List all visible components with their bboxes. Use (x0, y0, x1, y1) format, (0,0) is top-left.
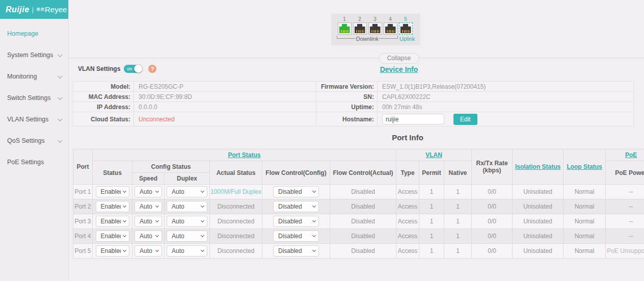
port-3-flow-control-select[interactable]: Disabled (273, 216, 319, 227)
rj45-pins (371, 30, 379, 33)
sidebar-item-poe-settings[interactable]: PoE Settings (0, 151, 68, 173)
port-3-flow-control-select-wrap: Disabled (273, 216, 319, 227)
port-1-isolation-status: Unisolated (513, 185, 564, 199)
port-4-flow-actual: Disabled (330, 229, 396, 244)
port-1-poe-power: -- (606, 185, 644, 199)
port-4-icon[interactable] (384, 22, 397, 35)
col-port: Port (73, 149, 93, 185)
sidebar-item-vlan-settings[interactable]: VLAN Settings (0, 109, 68, 130)
port-2-duplex-select-wrap: Auto (167, 201, 207, 212)
collapse-button[interactable]: Collapse (379, 53, 419, 64)
port-3-flow-control-select-cell: Disabled (262, 214, 330, 229)
port-1-icon[interactable] (338, 22, 352, 35)
device-label-uptime: Uptime: (316, 102, 378, 112)
port-1-vlan-type: Access (396, 185, 419, 199)
toggle-on-text: on (127, 66, 132, 71)
port-2-column: 2 (353, 16, 367, 35)
port-1-loop-status: Normal (564, 185, 606, 199)
vlan-settings-toggle[interactable]: on (124, 65, 142, 73)
port-1-status-select[interactable]: Enabled (96, 186, 129, 197)
port-5-speed-select[interactable]: Auto (135, 245, 162, 257)
port-2-flow-actual: Disabled (330, 199, 396, 214)
port-5-status-select[interactable]: Enabled (96, 245, 129, 257)
port-5-label: Port 5 (73, 244, 93, 259)
port-3-status-select[interactable]: Enabled (96, 216, 129, 227)
sidebar-item-switch-settings[interactable]: Switch Settings (0, 87, 68, 109)
port-1-column: 1 (338, 16, 352, 35)
port-1-speed-select[interactable]: Auto (135, 186, 162, 197)
logo-cn-text: 睿易 (36, 8, 44, 12)
port-1-flow-control-select-cell: Disabled (262, 185, 330, 199)
edit-hostname-button[interactable]: Edit (453, 114, 477, 125)
sidebar-item-label: System Settings (7, 52, 58, 59)
hostname-input[interactable] (382, 114, 444, 124)
port-3-speed-select-cell: Auto (132, 214, 165, 229)
port-3-icon[interactable] (368, 22, 382, 35)
port-5-flow-control-select-wrap: Disabled (273, 245, 319, 257)
downlink-bracket: Downlink (337, 36, 398, 43)
device-value-model: RG-ES205GC-P (134, 82, 316, 92)
main-content: 12345 Downlink Uplink Collapse VLAN Sett… (69, 0, 644, 281)
port-4-status-select[interactable]: Enabled (96, 231, 129, 242)
port-2-vlan-type: Access (396, 199, 419, 214)
port-2-status-select[interactable]: Enabled (96, 201, 129, 212)
port-3-actual-status: Disconnected (210, 214, 262, 229)
poe-group-link[interactable]: PoE (606, 149, 644, 161)
table-row-port-3: Port 3EnabledAutoAutoDisconnectedDisable… (73, 214, 644, 229)
port-5-speed-select-wrap: Auto (135, 245, 162, 257)
port-3-vlan-permit: 1 (419, 214, 444, 229)
rj45-pins (341, 30, 348, 33)
port-status-group-link[interactable]: Port Status (93, 149, 396, 161)
bracket-left-line (337, 36, 356, 39)
col-duplex: Duplex (165, 173, 210, 185)
port-2-icon[interactable] (353, 22, 367, 35)
port-5-flow-control-select[interactable]: Disabled (273, 245, 319, 257)
sidebar-item-label: Switch Settings (7, 94, 58, 101)
port-2-speed-select[interactable]: Auto (135, 201, 162, 212)
port-5-icon[interactable] (399, 22, 413, 35)
sidebar-item-qos-settings[interactable]: QoS Settings (0, 130, 68, 151)
sidebar-item-label: VLAN Settings (7, 116, 58, 123)
col-actual-status: Actual Status (210, 161, 262, 185)
device-label-model: Model: (73, 82, 134, 92)
loop-status-link[interactable]: Loop Status (564, 149, 606, 185)
port-4-duplex-select[interactable]: Auto (167, 231, 207, 242)
device-info-link[interactable]: Device Info (380, 65, 418, 73)
port-4-speed-select[interactable]: Auto (135, 231, 162, 242)
vlan-group-link[interactable]: VLAN (396, 149, 472, 161)
sidebar-item-label: QoS Settings (7, 137, 58, 144)
vlan-settings-toggle-row: VLAN Settings on ? (78, 65, 156, 73)
port-1-flow-actual: Disabled (330, 185, 396, 199)
port-1-flow-control-select[interactable]: Disabled (273, 186, 319, 197)
table-row-port-5: Port 5EnabledAutoAutoDisconnectedDisable… (73, 244, 644, 259)
device-info-row: MAC Address:30:0D:9E:CF:99:8DSN:CAPL62X0… (73, 92, 634, 102)
sidebar-item-system-settings[interactable]: System Settings (0, 44, 68, 66)
sidebar-item-monitoring[interactable]: Monitoring (0, 66, 68, 87)
port-5-duplex-select[interactable]: Auto (167, 245, 207, 257)
port-2-flow-control-select-cell: Disabled (262, 199, 330, 214)
port-2-duplex-select[interactable]: Auto (167, 201, 207, 212)
table-row-port-1: Port 1EnabledAutoAuto1000M/Full DuplexDi… (73, 185, 644, 199)
port-5-duplex-select-wrap: Auto (167, 245, 207, 257)
port-4-isolation-status: Unisolated (513, 229, 564, 244)
col-native: Native (444, 161, 472, 185)
port-5-isolation-status: Unisolated (513, 244, 564, 259)
port-2-isolation-status: Unisolated (513, 199, 564, 214)
device-value-sn: CAPL62X00222C (378, 92, 634, 102)
col-speed: Speed (132, 173, 165, 185)
help-icon[interactable]: ? (148, 65, 156, 73)
isolation-status-link[interactable]: Isolation Status (513, 149, 564, 185)
port-4-flow-control-select[interactable]: Disabled (273, 231, 319, 242)
logo-reyee-text: Reyee (45, 5, 67, 14)
port-3-speed-select-wrap: Auto (135, 216, 162, 227)
port-4-loop-status: Normal (564, 229, 606, 244)
port-1-duplex-select[interactable]: Auto (167, 186, 207, 197)
port-3-speed-select[interactable]: Auto (135, 216, 162, 227)
port-2-flow-control-select[interactable]: Disabled (273, 201, 319, 212)
port-3-duplex-select[interactable]: Auto (167, 216, 207, 227)
sidebar-item-homepage[interactable]: Homepage (0, 23, 68, 44)
rj45-plug-icon (400, 24, 411, 33)
chevron-down-icon (58, 95, 63, 100)
rj45-plug-icon (370, 24, 381, 33)
port-3-column: 3 (368, 16, 382, 35)
